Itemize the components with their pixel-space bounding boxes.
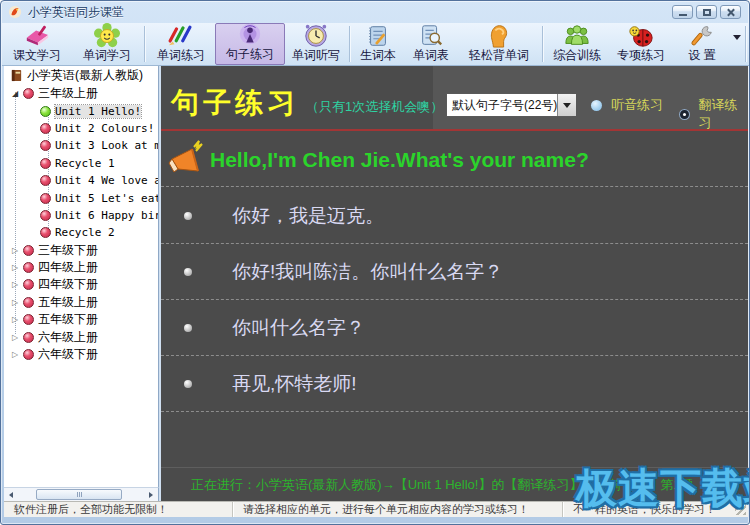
tree-item-grade[interactable]: ▷ 四年级下册 (4, 276, 158, 293)
option-bullet-icon (184, 268, 192, 276)
tree-item-unit[interactable]: Unit 3 Look at m (4, 137, 158, 154)
tree-item-unit[interactable]: Recycle 1 (4, 155, 158, 172)
grade-bullet-icon (23, 279, 34, 290)
font-size-select[interactable]: 默认句子字号(22号) (446, 93, 572, 117)
wrench-icon (689, 23, 715, 49)
book-pen-icon (22, 23, 52, 49)
tool-sentence-practice[interactable]: 句子练习 (215, 23, 285, 65)
head-brain-icon (487, 23, 511, 49)
question-text: Hello,I'm Chen Jie.What's your name? (210, 148, 589, 172)
grade-bullet-icon (23, 314, 34, 325)
tree-item-grade[interactable]: ▷ 五年级上册 (4, 294, 158, 311)
option-text: 你好，我是迈克。 (232, 203, 384, 229)
tool-settings[interactable]: 设 置 (673, 23, 731, 65)
tree-horizontal-scrollbar[interactable] (4, 487, 159, 501)
tree-item-unit[interactable]: Unit 4 We love a (4, 172, 158, 189)
tree-item-unit[interactable]: Unit 5 Let's eat (4, 189, 158, 206)
expand-arrow-icon[interactable]: ▷ (10, 315, 20, 324)
maximize-button[interactable] (696, 5, 717, 19)
app-logo-icon (8, 5, 22, 19)
tree-item-label: 六年级下册 (38, 346, 98, 363)
collapse-arrow-icon[interactable]: ◢ (10, 89, 20, 98)
maximize-icon (703, 9, 711, 16)
tool-easy-memorize[interactable]: 轻松背单词 (458, 23, 540, 65)
expand-arrow-icon[interactable]: ▷ (10, 263, 20, 272)
tree-item-grade[interactable]: ▷ 六年级上册 (4, 328, 158, 345)
expand-arrow-icon[interactable]: ▷ (10, 333, 20, 342)
tree-item-grade[interactable]: ▷ 四年级上册 (4, 259, 158, 276)
tool-text-study[interactable]: 课文学习 (2, 23, 72, 65)
course-tree: 小学英语(最新人教版) ◢ 三年级上册 Unit 1 Hello! Unit 2… (4, 66, 159, 487)
tree-item-grade[interactable]: ▷ 三年级下册 (4, 242, 158, 259)
wordlist-magnifier-icon (418, 23, 444, 49)
tree-item-grade[interactable]: ▷ 六年级下册 (4, 346, 158, 363)
radio-unselected-icon (591, 100, 602, 111)
notebook-pencil-icon (365, 23, 391, 49)
megaphone-icon[interactable] (166, 139, 210, 181)
tool-label: 单词学习 (83, 49, 131, 62)
unit-bullet-icon (40, 175, 51, 186)
tool-comprehensive-training[interactable]: 综合训练 (545, 23, 609, 65)
tree-item-label: 五年级下册 (38, 311, 98, 328)
expand-arrow-icon[interactable]: ▷ (10, 298, 20, 307)
speaking-person-icon (237, 23, 263, 48)
tree-item-unit[interactable]: Unit 1 Hello! (4, 102, 158, 119)
tree-item-grade[interactable]: ◢ 三年级上册 (4, 85, 158, 102)
expand-arrow-icon[interactable]: ▷ (10, 280, 20, 289)
toolbar-separator (745, 26, 746, 62)
tree-item-label: 四年级下册 (38, 276, 98, 293)
tree-item-unit[interactable]: Unit 6 Happy bir (4, 207, 158, 224)
tool-new-words-book[interactable]: 生词本 (352, 23, 404, 65)
tree-item-grade[interactable]: ▷ 五年级下册 (4, 311, 158, 328)
unit-bullet-icon (40, 193, 51, 204)
tool-label: 单词练习 (157, 49, 205, 62)
combo-dropdown-button[interactable] (557, 94, 576, 116)
tree-item-unit[interactable]: Unit 2 Colours! (4, 120, 158, 137)
chevron-down-icon (563, 103, 571, 108)
settings-dropdown-caret[interactable] (733, 35, 741, 40)
tree-item-label: 五年级上册 (38, 294, 98, 311)
tree-item-label: Unit 3 Look at m (55, 139, 158, 152)
unit-bullet-icon (40, 106, 51, 117)
grade-bullet-icon (23, 349, 34, 360)
title-bar[interactable]: 小学英语同步课堂 (1, 1, 750, 23)
tree-item-unit[interactable]: Recycle 2 (4, 224, 158, 241)
answer-option[interactable]: 再见,怀特老师! (161, 356, 748, 412)
mode-translation-radio[interactable]: 翻译练习 (679, 96, 748, 132)
mode-listening-radio[interactable]: 听音练习 (591, 96, 663, 114)
option-bullet-icon (184, 324, 192, 332)
grade-bullet-icon (23, 262, 34, 273)
answer-option[interactable]: 你好，我是迈克。 (161, 188, 748, 244)
tool-label: 综合训练 (553, 49, 601, 62)
expand-arrow-icon[interactable]: ▷ (10, 246, 20, 255)
tree-item-label: 三年级下册 (38, 242, 98, 259)
expand-arrow-icon[interactable]: ▷ (10, 350, 20, 359)
question-row[interactable]: Hello,I'm Chen Jie.What's your name? (161, 133, 748, 187)
tool-word-dictation[interactable]: 单词听写 (285, 23, 347, 65)
exercise-header: 句子练习 （只有1次选择机会噢） 默认句子字号(22号) 听音练习 翻译练习 (161, 66, 748, 129)
option-text: 再见,怀特老师! (232, 371, 357, 397)
mode-label: 翻译练习 (699, 96, 748, 132)
toolbar-separator (542, 26, 543, 62)
scroll-left-arrow[interactable] (4, 489, 18, 501)
tree-item-label: 六年级上册 (38, 329, 98, 346)
tree-item-label: Recycle 2 (55, 226, 115, 239)
minimize-button[interactable] (672, 5, 693, 19)
people-group-icon (563, 23, 591, 49)
tool-special-practice[interactable]: 专项练习 (609, 23, 673, 65)
answer-option[interactable]: 你好!我叫陈洁。你叫什么名字？ (161, 244, 748, 300)
tool-word-list[interactable]: 单词表 (404, 23, 458, 65)
scrollbar-thumb[interactable] (36, 489, 122, 500)
scroll-right-arrow[interactable] (144, 489, 158, 501)
close-button[interactable] (720, 5, 741, 19)
answer-option[interactable]: 你叫什么名字？ (161, 300, 748, 356)
tool-word-study[interactable]: 单词学习 (72, 23, 142, 65)
status-instruction: 请选择相应的单元，进行每个单元相应内容的学习或练习！ (232, 502, 562, 517)
tool-word-practice[interactable]: 单词练习 (147, 23, 215, 65)
tree-root[interactable]: 小学英语(最新人教版) (4, 66, 158, 85)
flower-icon (94, 23, 120, 49)
tool-label: 生词本 (360, 49, 396, 62)
window-title: 小学英语同步课堂 (28, 4, 124, 21)
unit-bullet-icon (40, 140, 51, 151)
download-site-watermark: 极速下载站 (576, 461, 750, 516)
